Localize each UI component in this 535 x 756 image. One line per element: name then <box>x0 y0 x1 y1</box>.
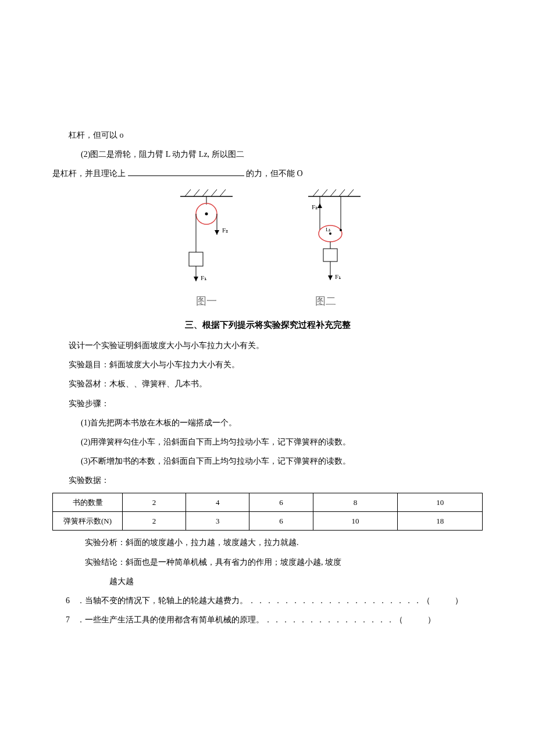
q7-paren[interactable]: （ ） <box>395 615 436 624</box>
q6-text: ．当轴不变的情况下，轮轴上的轮越大越费力。 <box>77 596 248 605</box>
svg-line-1 <box>185 189 191 196</box>
step-2: (2)用弹簧秤勾住小车，沿斜面自下而上均匀拉动小车，记下弹簧秤的读数。 <box>52 435 483 449</box>
experiment-topic: 实验题目：斜面坡度大小与小车拉力大小有关。 <box>52 357 483 372</box>
svg-text:F₁: F₁ <box>335 273 341 280</box>
q7-dots: ．．．．．．．．．．．．．．． <box>264 615 395 624</box>
svg-line-18 <box>313 189 319 196</box>
experiment-steps-heading: 实验步骤： <box>52 396 483 411</box>
svg-text:F₂: F₂ <box>222 227 228 234</box>
question-6: 6 ．当轴不变的情况下，轮轴上的轮越大越费力。．．．．．．．．．．．．．．．．．… <box>52 593 483 608</box>
frag3-pre: 是杠杆，并且理论上 <box>52 169 128 178</box>
experiment-conclusion-2: 越大越 <box>52 574 483 589</box>
svg-text:F₁: F₁ <box>201 274 206 281</box>
svg-line-19 <box>322 189 327 196</box>
experiment-design: 设计一个实验证明斜面坡度大小与小车拉力大小有关。 <box>52 338 483 353</box>
td: 4 <box>186 493 249 511</box>
svg-marker-34 <box>328 275 333 280</box>
td: 8 <box>313 493 398 511</box>
svg-rect-13 <box>189 252 203 266</box>
td: 18 <box>398 511 483 530</box>
frag3-post: 的力，但不能 O <box>246 169 303 178</box>
td: 6 <box>249 493 313 511</box>
q7-text: ．一些生产生活工具的使用都含有简单机械的原理。 <box>77 615 264 624</box>
svg-line-5 <box>220 189 226 196</box>
q7-number: 7 <box>52 612 70 627</box>
experiment-equipment: 实验器材：木板、、弹簧秤、几本书。 <box>52 377 483 391</box>
diagram-1-label: 图一 <box>196 292 217 310</box>
td: 10 <box>398 493 483 511</box>
blank-fill-line[interactable] <box>128 168 244 176</box>
q6-dots: ．．．．．．．．．．．．．．．．．．．． <box>248 596 422 605</box>
experiment-analysis: 实验分析：斜面的坡度越小，拉力越，坡度越大，拉力就越. <box>52 535 483 550</box>
fragment-line-2: (2)图二是滑轮，阻力臂 L 动力臂 Lz, 所以图二 <box>52 147 483 162</box>
experiment-data-heading: 实验数据： <box>52 473 483 488</box>
svg-point-30 <box>340 229 342 231</box>
th-reading: 弹簧秤示数(N) <box>53 511 123 530</box>
svg-line-3 <box>202 189 208 196</box>
fragment-line-1: 杠杆，但可以 o <box>52 128 483 142</box>
th-books: 书的数量 <box>53 493 123 511</box>
td: 3 <box>186 511 249 530</box>
svg-marker-11 <box>215 230 219 235</box>
movable-pulley-icon: F₂ L₁ F₁ <box>285 188 366 287</box>
svg-line-21 <box>339 189 345 196</box>
section-3-title: 三、根据下列提示将实验探究过程补充完整 <box>52 317 483 332</box>
step-1: (1)首先把两本书放在木板的一端搭成一个。 <box>52 415 483 430</box>
pulley-diagram-row: F₂ F₁ 图一 F₂ L₁ <box>52 188 483 310</box>
svg-line-22 <box>348 189 354 196</box>
table-row: 弹簧秤示数(N) 2 3 6 10 18 <box>53 511 483 530</box>
question-7: 7 ．一些生产生活工具的使用都含有简单机械的原理。．．．．．．．．．．．．．．．… <box>52 612 483 627</box>
td: 2 <box>123 511 186 530</box>
svg-line-20 <box>330 189 336 196</box>
fragment-line-3: 是杠杆，并且理论上 的力，但不能 O <box>52 166 483 181</box>
svg-line-2 <box>194 189 199 196</box>
diagram-2: F₂ L₁ F₁ 图二 <box>285 188 366 310</box>
diagram-2-label: 图二 <box>315 292 336 310</box>
svg-marker-15 <box>194 277 198 281</box>
q6-paren[interactable]: （ ） <box>422 596 463 605</box>
fixed-pulley-icon: F₂ F₁ <box>169 188 244 287</box>
diagram-1: F₂ F₁ 图一 <box>169 188 244 310</box>
td: 2 <box>123 493 186 511</box>
svg-marker-24 <box>318 203 322 208</box>
svg-point-8 <box>205 212 208 215</box>
table-row: 书的数量 2 4 6 8 10 <box>53 493 483 511</box>
experiment-data-table: 书的数量 2 4 6 8 10 弹簧秤示数(N) 2 3 6 10 18 <box>52 493 483 531</box>
step-3: (3)不断增加书的本数，沿斜面自下而上均匀拉动小车，记下弹簧秤的读数。 <box>52 454 483 468</box>
td: 10 <box>313 511 398 530</box>
q6-number: 6 <box>52 593 70 608</box>
svg-point-27 <box>329 232 331 235</box>
svg-text:F₂: F₂ <box>312 203 318 210</box>
svg-text:L₁: L₁ <box>326 227 331 232</box>
svg-line-4 <box>211 189 217 196</box>
td: 6 <box>249 511 313 530</box>
svg-rect-32 <box>323 249 337 261</box>
experiment-conclusion-1: 实验结论：斜面也是一种简单机械，具有省力的作用；坡度越小越, 坡度 <box>52 555 483 569</box>
